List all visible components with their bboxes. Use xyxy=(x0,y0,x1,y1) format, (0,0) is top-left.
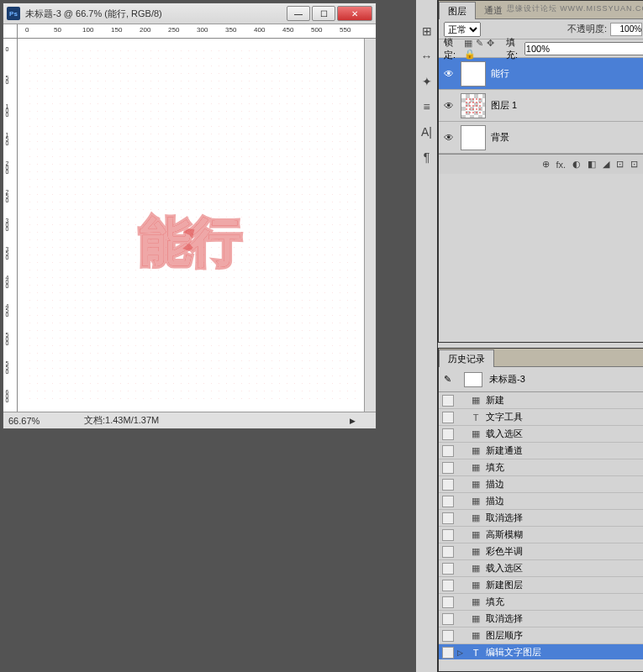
lock-label: 锁定: xyxy=(444,36,457,61)
history-item[interactable]: ▦ 高斯模糊 xyxy=(439,527,643,543)
history-item[interactable]: T 文字工具 xyxy=(439,409,643,426)
zoom-level[interactable]: 66.67% xyxy=(8,416,67,426)
history-step-icon: ▦ xyxy=(469,479,482,490)
info-arrow-icon[interactable]: ▶ xyxy=(350,417,356,425)
history-step-label: 图层顺序 xyxy=(486,629,523,642)
footer-icon[interactable]: ⊕ xyxy=(542,159,550,170)
history-item[interactable]: ▦ 取消选择 xyxy=(439,510,643,527)
history-checkbox[interactable] xyxy=(442,580,454,591)
history-checkbox[interactable] xyxy=(442,630,454,642)
history-checkbox[interactable] xyxy=(442,412,454,423)
history-checkbox[interactable] xyxy=(442,529,454,541)
blend-mode-select[interactable]: 正常 xyxy=(444,22,481,37)
history-step-label: 填充 xyxy=(486,596,504,608)
canvas-text: 能行 xyxy=(140,207,239,277)
history-item[interactable]: ▦ 取消选择 xyxy=(439,611,643,627)
history-step-icon: ▦ xyxy=(469,445,482,456)
history-item[interactable]: ▦ 新建 xyxy=(439,392,643,409)
history-item[interactable]: ▦ 载入选区 xyxy=(439,426,643,443)
tool-button[interactable]: ↔ xyxy=(416,45,437,67)
history-step-icon: ▦ xyxy=(469,596,482,607)
canvas[interactable]: 能行 xyxy=(18,39,364,412)
titlebar[interactable]: Ps 未标题-3 @ 66.7% (能行, RGB/8) — ☐ ✕ xyxy=(3,3,376,24)
history-checkbox[interactable] xyxy=(442,546,454,558)
layer-name[interactable]: 图层 1 xyxy=(491,99,643,112)
footer-icon[interactable]: ◧ xyxy=(588,159,596,170)
visibility-icon[interactable]: 👁 xyxy=(442,100,456,112)
footer-icon[interactable]: ◢ xyxy=(603,159,609,170)
history-item[interactable]: ▦ 描边 xyxy=(439,476,643,493)
history-checkbox[interactable] xyxy=(442,647,454,659)
brush-icon: ✎ xyxy=(444,374,457,385)
history-checkbox[interactable] xyxy=(442,596,454,608)
history-list[interactable]: ▦ 新建 T 文字工具 ▦ 载入选区 ▦ 新建通道 ▦ 填充 ▦ 描边 ▦ 描边… xyxy=(439,392,643,659)
history-item[interactable]: ▦ 描边 xyxy=(439,493,643,510)
minimize-button[interactable]: — xyxy=(287,6,310,21)
document-window: Ps 未标题-3 @ 66.7% (能行, RGB/8) — ☐ ✕ 05010… xyxy=(3,3,377,429)
history-checkbox[interactable] xyxy=(442,445,454,457)
tool-button[interactable]: ¶ xyxy=(416,146,437,168)
history-checkbox[interactable] xyxy=(442,512,454,524)
history-item[interactable]: ▦ 彩色半调 xyxy=(439,543,643,560)
history-item[interactable]: ▦ 填充 xyxy=(439,459,643,476)
history-step-label: 文字工具 xyxy=(486,411,523,423)
history-item[interactable]: ▦ 填充 xyxy=(439,594,643,611)
ruler-horizontal[interactable]: 050100150200250300350400450500550 xyxy=(18,24,376,39)
visibility-icon[interactable]: 👁 xyxy=(442,68,456,80)
footer-icon[interactable]: ⊡ xyxy=(630,159,638,170)
history-checkbox[interactable] xyxy=(442,395,454,407)
tool-button[interactable]: ≡ xyxy=(416,96,437,118)
tab-history[interactable]: 历史记录 xyxy=(439,349,494,367)
history-item[interactable]: ▦ 新建通道 xyxy=(439,443,643,459)
history-step-label: 描边 xyxy=(486,495,504,507)
layer-item[interactable]: 👁 背景 🔒 xyxy=(439,122,643,154)
layer-item[interactable]: 👁 图层 1 xyxy=(439,90,643,122)
visibility-icon[interactable]: 👁 xyxy=(442,132,456,144)
lock-row: 锁定: ▦✎✥🔒 填充: ▸ xyxy=(439,39,643,58)
ruler-vertical[interactable]: 050100150200250300350400450500550600 xyxy=(3,39,18,412)
footer-icon[interactable]: fx. xyxy=(556,160,567,170)
opacity-label: 不透明度: xyxy=(567,23,607,35)
fill-label: 填充: xyxy=(506,36,519,61)
lock-icons[interactable]: ▦✎✥🔒 xyxy=(462,38,496,60)
history-item[interactable]: ▦ 图层顺序 xyxy=(439,627,643,644)
layer-name[interactable]: 能行 xyxy=(491,67,643,80)
history-item[interactable]: ▷ T 编辑文字图层 xyxy=(439,644,643,659)
history-checkbox[interactable] xyxy=(442,479,454,491)
panel-tabs: 图层 通道 思缘设计论坛 WWW.MISSYUAN.COM xyxy=(439,1,643,19)
history-checkbox[interactable] xyxy=(442,496,454,507)
maximize-button[interactable]: ☐ xyxy=(312,6,335,21)
tool-button[interactable]: ✦ xyxy=(416,71,437,92)
layer-name[interactable]: 背景 xyxy=(491,131,639,144)
history-item[interactable]: ▦ 载入选区 xyxy=(439,560,643,577)
scrollbar-vertical[interactable] xyxy=(364,39,376,412)
layer-thumb[interactable]: T xyxy=(461,61,486,87)
history-step-icon: ▦ xyxy=(469,512,482,523)
close-button[interactable]: ✕ xyxy=(337,6,372,21)
layers-panel: 图层 通道 思缘设计论坛 WWW.MISSYUAN.COM 正常 不透明度: ▸… xyxy=(438,0,643,343)
history-checkbox[interactable] xyxy=(442,563,454,575)
history-step-icon: ▦ xyxy=(469,630,482,641)
layer-thumb[interactable] xyxy=(461,93,486,118)
history-step-label: 取消选择 xyxy=(486,612,523,625)
layer-item[interactable]: 👁 T 能行 xyxy=(439,58,643,90)
history-item[interactable]: ▦ 新建图层 xyxy=(439,577,643,594)
blend-options: 正常 不透明度: ▸ xyxy=(439,19,643,39)
history-checkbox[interactable] xyxy=(442,462,454,474)
layer-thumb[interactable] xyxy=(461,125,486,150)
fill-input[interactable] xyxy=(524,42,643,55)
history-document-row[interactable]: ✎ 未标题-3 xyxy=(439,367,643,392)
tool-button[interactable]: ⊞ xyxy=(416,20,437,42)
footer-icon[interactable]: ◐ xyxy=(572,159,581,170)
history-checkbox[interactable] xyxy=(442,428,454,440)
tool-button[interactable]: A| xyxy=(416,121,437,143)
tab-layers[interactable]: 图层 xyxy=(439,2,476,19)
history-panel: 历史记录 ▾≡ ✎ 未标题-3 ▦ 新建 T 文字工具 ▦ 载入选区 ▦ 新建通… xyxy=(438,348,643,672)
history-step-icon: ▦ xyxy=(469,546,482,557)
history-step-icon: T xyxy=(469,648,482,658)
footer-icon[interactable]: ⊡ xyxy=(616,159,624,170)
history-checkbox[interactable] xyxy=(442,613,454,625)
document-info[interactable]: 文档:1.43M/1.37M xyxy=(84,414,159,427)
opacity-input[interactable] xyxy=(610,23,642,36)
history-step-icon: ▦ xyxy=(469,496,482,507)
